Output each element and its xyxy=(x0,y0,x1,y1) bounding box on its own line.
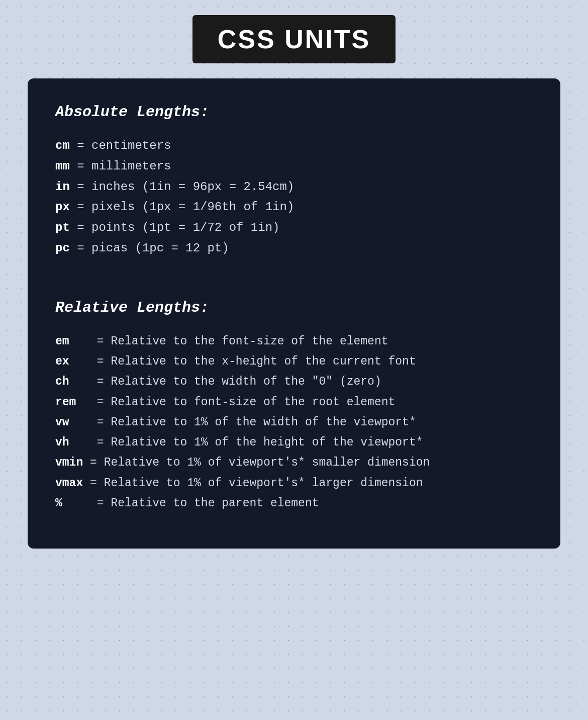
unit-key-vmin: vmin xyxy=(55,456,83,469)
unit-item-em: em = Relative to the font-size of the el… xyxy=(55,331,533,351)
unit-desc-pc: = picas (1pc = 12 pt) xyxy=(70,241,229,255)
absolute-section-title: Absolute Lengths: xyxy=(55,104,533,121)
unit-key-px: px xyxy=(55,200,70,214)
unit-item-rem: rem = Relative to font-size of the root … xyxy=(55,392,533,412)
unit-key-ch: ch xyxy=(55,375,83,388)
unit-key-vh: vh xyxy=(55,436,83,449)
unit-desc-vmax: = Relative to 1% of viewport's* larger d… xyxy=(83,477,423,490)
unit-desc-vw: = Relative to 1% of the width of the vie… xyxy=(83,416,416,429)
unit-item-pc: pc = picas (1pc = 12 pt) xyxy=(55,238,533,259)
unit-key-vw: vw xyxy=(55,416,83,429)
unit-key-mm: mm xyxy=(55,159,70,173)
unit-item-vh: vh = Relative to 1% of the height of the… xyxy=(55,432,533,453)
unit-item-in: in = inches (1in = 96px = 2.54cm) xyxy=(55,177,533,198)
unit-desc-rem: = Relative to font-size of the root elem… xyxy=(83,396,395,409)
main-card: Absolute Lengths: cm = centimeters mm = … xyxy=(28,78,560,549)
unit-item-vmin: vmin = Relative to 1% of viewport's* sma… xyxy=(55,453,533,473)
unit-item-vmax: vmax = Relative to 1% of viewport's* lar… xyxy=(55,473,533,493)
absolute-unit-list: cm = centimeters mm = millimeters in = i… xyxy=(55,136,533,259)
page-title: CSS UNITS xyxy=(218,24,370,54)
unit-item-pt: pt = points (1pt = 1/72 of 1in) xyxy=(55,218,533,238)
unit-item-px: px = pixels (1px = 1/96th of 1in) xyxy=(55,197,533,218)
unit-key-cm: cm xyxy=(55,139,70,152)
unit-desc-px: = pixels (1px = 1/96th of 1in) xyxy=(70,200,294,214)
section-divider xyxy=(55,264,533,294)
unit-desc-ex: = Relative to the x-height of the curren… xyxy=(83,355,416,368)
unit-item-percent: % = Relative to the parent element xyxy=(55,493,533,513)
page-title-box: CSS UNITS xyxy=(192,15,396,63)
unit-key-pc: pc xyxy=(55,241,70,255)
unit-item-vw: vw = Relative to 1% of the width of the … xyxy=(55,412,533,432)
unit-desc-vh: = Relative to 1% of the height of the vi… xyxy=(83,436,423,449)
unit-item-ch: ch = Relative to the width of the "0" (z… xyxy=(55,372,533,392)
unit-desc-em: = Relative to the font-size of the eleme… xyxy=(83,335,388,348)
unit-key-rem: rem xyxy=(55,396,83,409)
unit-key-ex: ex xyxy=(55,355,83,368)
unit-key-vmax: vmax xyxy=(55,477,83,490)
unit-key-pt: pt xyxy=(55,221,70,234)
relative-section-title: Relative Lengths: xyxy=(55,299,533,316)
unit-desc-percent: = Relative to the parent element xyxy=(83,497,319,510)
unit-item-cm: cm = centimeters xyxy=(55,136,533,156)
unit-desc-pt: = points (1pt = 1/72 of 1in) xyxy=(70,221,280,234)
absolute-section: Absolute Lengths: cm = centimeters mm = … xyxy=(55,104,533,259)
unit-desc-cm: = centimeters xyxy=(70,139,171,152)
unit-desc-mm: = millimeters xyxy=(70,159,171,173)
relative-unit-list: em = Relative to the font-size of the el… xyxy=(55,331,533,513)
unit-key-in: in xyxy=(55,180,70,194)
relative-section: Relative Lengths: em = Relative to the f… xyxy=(55,299,533,513)
unit-item-mm: mm = millimeters xyxy=(55,156,533,177)
unit-desc-ch: = Relative to the width of the "0" (zero… xyxy=(83,375,381,388)
unit-desc-in: = inches (1in = 96px = 2.54cm) xyxy=(70,180,294,194)
unit-key-em: em xyxy=(55,335,83,348)
unit-key-percent: % xyxy=(55,497,83,510)
unit-desc-vmin: = Relative to 1% of viewport's* smaller … xyxy=(83,456,430,469)
unit-item-ex: ex = Relative to the x-height of the cur… xyxy=(55,351,533,372)
